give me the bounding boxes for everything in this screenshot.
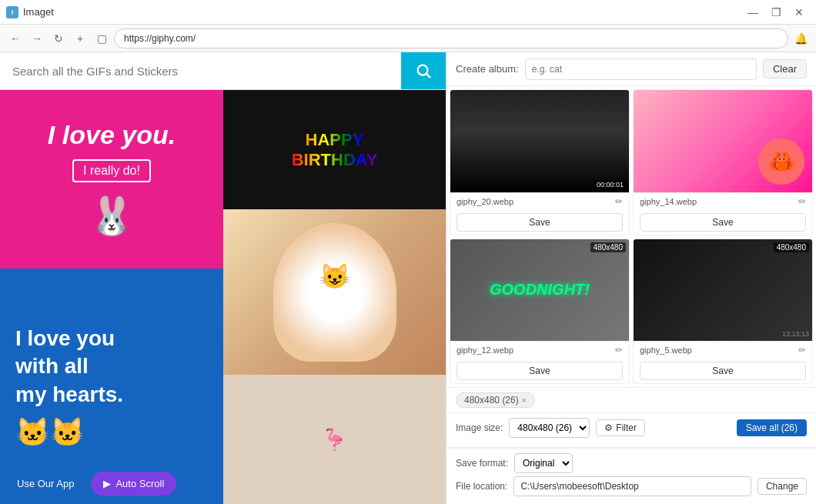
image-preview-3[interactable]: 480x480 13:13:13	[634, 239, 812, 342]
address-bar[interactable]	[114, 28, 788, 48]
title-bar: I Imaget — ❐ ✕	[0, 0, 816, 25]
image-preview-2[interactable]: 480x480 GOODNIGHT!	[450, 239, 629, 342]
giphy-search-bar	[0, 52, 446, 90]
image-name-1: giphy_14.webp	[640, 197, 697, 206]
clear-button[interactable]: Clear	[763, 59, 807, 78]
browser-bar: ← → ↻ + ▢ 🔔	[0, 25, 816, 52]
filter-bar: 480x480 (26) ×	[446, 387, 816, 413]
format-select[interactable]: Original	[514, 453, 573, 473]
app-icon: I	[6, 6, 18, 18]
album-bar: Create album: Clear	[446, 52, 816, 86]
save-all-button[interactable]: Save all (26)	[737, 419, 807, 436]
browser-content: I love you. I really do! 🐰 I love youwit…	[0, 52, 446, 504]
close-button[interactable]: ✕	[788, 2, 810, 23]
gif-birthday[interactable]: HAPPY BIRTHDAY	[223, 90, 446, 209]
location-input[interactable]	[513, 476, 751, 496]
tag-label: 480x480 (26)	[464, 395, 519, 406]
gif-love[interactable]: I love you. I really do! 🐰	[0, 90, 223, 269]
edit-icon-2[interactable]: ✏	[615, 345, 623, 355]
image-info-1: giphy_14.webp ✏	[634, 192, 812, 210]
new-tab-button[interactable]: +	[71, 29, 89, 48]
forward-button[interactable]: →	[28, 29, 46, 48]
options-bar: Image size: 480x480 (26) ⚙ Filter Save a…	[446, 413, 816, 448]
minimize-button[interactable]: —	[742, 2, 764, 23]
bottom-bar: Save format: Original File location: Cha…	[446, 448, 816, 504]
love-text-1: I love you.	[48, 121, 176, 149]
search-input[interactable]	[0, 52, 401, 89]
gif-cat[interactable]: 😺	[223, 209, 446, 375]
filter-button[interactable]: ⚙ Filter	[596, 419, 645, 436]
gif-extra: 🦩	[223, 375, 446, 504]
svg-point-0	[418, 65, 428, 75]
gif-grid: I love you. I really do! 🐰 I love youwit…	[0, 90, 446, 504]
image-name-2: giphy_12.webp	[456, 345, 513, 355]
size-badge-2: 480x480	[590, 242, 626, 252]
image-card-3: 480x480 13:13:13 giphy_5.webp ✏ Save	[633, 239, 813, 385]
tag-close-icon[interactable]: ×	[522, 396, 527, 405]
love-text-2: I really do!	[72, 159, 151, 182]
image-size-label: Image size:	[456, 422, 503, 433]
edit-icon-1[interactable]: ✏	[798, 196, 806, 207]
title-bar-left: I Imaget	[6, 6, 54, 18]
save-button-0[interactable]: Save	[456, 213, 623, 232]
change-button[interactable]: Change	[757, 478, 807, 495]
auto-scroll-button[interactable]: ▶ Auto Scroll	[91, 472, 176, 496]
overlay-buttons: Use Our App ▶ Auto Scroll	[6, 472, 176, 496]
image-name-3: giphy_5.webp	[640, 345, 692, 355]
image-preview-0[interactable]: 00:00:01	[450, 90, 629, 192]
gif-col-right: HAPPY BIRTHDAY 😺 🦩	[223, 90, 446, 504]
album-input[interactable]	[525, 58, 757, 80]
save-button-1[interactable]: Save	[640, 213, 806, 232]
options-row: Image size: 480x480 (26) ⚙ Filter Save a…	[456, 418, 807, 438]
refresh-button[interactable]: ↻	[49, 29, 68, 48]
address-icon: ▢	[92, 29, 111, 48]
cat-head: 😺	[273, 223, 396, 362]
crab-icon: 🦀	[758, 139, 804, 185]
birthday-text: HAPPY BIRTHDAY	[292, 130, 378, 170]
image-info-2: giphy_12.webp ✏	[450, 341, 629, 359]
save-button-2[interactable]: Save	[456, 362, 623, 380]
location-row: File location: Change	[456, 476, 807, 496]
filter-icon: ⚙	[604, 422, 613, 433]
image-info-3: giphy_5.webp ✏	[634, 341, 812, 359]
image-card-2: 480x480 GOODNIGHT! giphy_12.webp ✏ Save	[450, 239, 630, 385]
image-card-1: 🦀 giphy_14.webp ✏ Save	[633, 89, 813, 235]
format-label: Save format:	[456, 458, 508, 469]
timestamp-3: 13:13:13	[782, 330, 809, 338]
save-button-3[interactable]: Save	[640, 362, 806, 380]
app-title: Imaget	[23, 6, 54, 18]
restore-button[interactable]: ❐	[765, 2, 787, 23]
window-controls: — ❐ ✕	[742, 2, 810, 23]
time-badge-0: 00:00:01	[594, 180, 626, 189]
image-preview-1[interactable]: 🦀	[634, 90, 812, 192]
main-layout: I love you. I really do! 🐰 I love youwit…	[0, 52, 816, 504]
svg-line-1	[426, 74, 430, 78]
extensions-button[interactable]: 🔔	[791, 29, 810, 48]
search-button[interactable]	[401, 52, 446, 89]
use-our-app-button[interactable]: Use Our App	[6, 472, 85, 496]
image-card-0: 00:00:01 giphy_20.webp ✏ Save	[450, 89, 630, 235]
filter-tag[interactable]: 480x480 (26) ×	[456, 392, 535, 408]
format-row: Save format: Original	[456, 453, 807, 473]
image-info-0: giphy_20.webp ✏	[450, 192, 629, 210]
image-size-select[interactable]: 480x480 (26)	[509, 418, 590, 438]
image-grid: 00:00:01 giphy_20.webp ✏ Save 🦀 giphy_14…	[446, 86, 816, 387]
gif-blue[interactable]: I love youwith allmy hearts. 🐱🐱	[0, 269, 223, 504]
size-badge-3: 480x480	[774, 242, 809, 252]
back-button[interactable]: ←	[6, 29, 25, 48]
edit-icon-0[interactable]: ✏	[615, 196, 623, 207]
blue-text: I love youwith allmy hearts.	[15, 325, 123, 409]
edit-icon-3[interactable]: ✏	[798, 345, 806, 355]
goodnight-text: GOODNIGHT!	[490, 281, 590, 299]
hearts-char: 🐱🐱	[15, 416, 85, 449]
location-label: File location:	[456, 481, 507, 492]
gif-col-left: I love you. I really do! 🐰 I love youwit…	[0, 90, 223, 504]
image-name-0: giphy_20.webp	[456, 197, 513, 206]
album-label: Create album:	[456, 63, 519, 75]
bunny-char: 🐰	[89, 195, 135, 238]
right-panel: Create album: Clear 00:00:01 giphy_20.we…	[446, 52, 816, 504]
